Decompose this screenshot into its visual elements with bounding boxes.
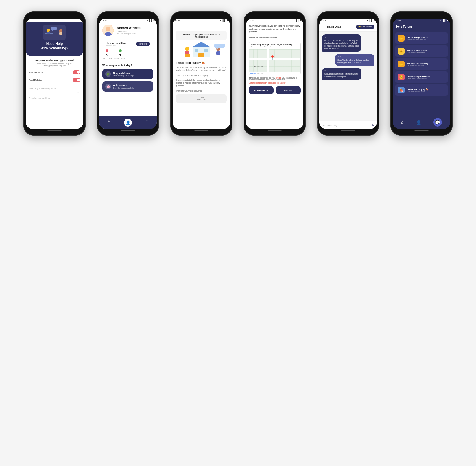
phone1-notch [45, 14, 64, 18]
phone2-user-info: Ahmed Afridee @@afridee Bio: I'm a simpl… [117, 26, 141, 34]
phone1-back-icon[interactable]: ← [29, 25, 32, 29]
phone2-nav-profile-icon[interactable]: 👤 [124, 119, 132, 127]
signal-icon3: ▌▌ [223, 19, 226, 22]
phone2-request-text: Request Assist Let your neighbours help [113, 72, 134, 77]
forum-item2-title: My cat's food is over, ... [407, 49, 442, 52]
forum-item-1[interactable]: 🤲 Let's arrange iftaar for... The orphan… [395, 32, 448, 44]
phone3-status-icons: ▲ ▌▌ ▮ [220, 19, 228, 22]
phone5-home-bar [319, 129, 377, 133]
phone4: 12:30 ▲ ▌▌ ▮ If anyone wants to help, yo… [244, 11, 306, 136]
phone2-request-sub: Let your neighbours help [113, 75, 134, 77]
forum-item4-content: I have the symptoms o... I have all the … [407, 75, 442, 79]
phone2-my-posts-btn[interactable]: My Posts [136, 42, 150, 46]
forum-item5-title: I need food supply 🍖 [407, 88, 442, 91]
phone5-msg1-text: Hi there, I am so sorry to hear about yo… [324, 39, 359, 49]
svg-rect-3 [47, 32, 50, 34]
phone3-location: Uttara ABM City [176, 94, 227, 103]
phone4-notch [265, 14, 285, 18]
phone5: 12:30 ▲ ▌▌ ▮ ← Hasib Ullah ⭐ Say Thanks … [317, 11, 379, 136]
phone5-message-input[interactable]: Send a message... [322, 124, 370, 127]
phone2-nav: ⌂ 👤 ≡ [99, 116, 157, 129]
phone1-toggle-row1: Hide my name [29, 69, 80, 76]
phone5-msg3: 10:24 Sure, take your time and let me kn… [322, 68, 361, 80]
wifi-icon5: ▲ [366, 19, 369, 22]
phone1-toggle2[interactable] [73, 78, 80, 82]
phone3-notice: Maintain proper preventive measureswhile… [176, 31, 227, 40]
phone5-screen: 12:30 ▲ ▌▌ ▮ ← Hasib Ullah ⭐ Say Thanks … [319, 19, 377, 129]
forum-item3-sub: My neighbor's husband ... [407, 65, 442, 66]
forum-item3-content: My neighbor is being ... My neighbor's h… [407, 62, 442, 66]
phone2-nav-menu-icon[interactable]: ≡ [146, 119, 148, 127]
forum-item4-icon: 🤒 [398, 74, 405, 80]
wifi-icon2: ▲ [146, 19, 149, 22]
phone4-status-icons: ▲ ▌▌ ▮ [293, 19, 301, 22]
svg-rect-4 [51, 27, 57, 30]
phone1-home-bar [26, 129, 83, 133]
svg-point-2 [47, 29, 50, 32]
phone2-stats-title: Helping Hand Stats [106, 42, 126, 44]
phone2-nav-home-icon[interactable]: ⌂ [108, 119, 110, 127]
phone3-post-body2: I am badly in need of some food supply. [173, 73, 230, 77]
phone4-map-header: Send help here (23.8828193, 90.4462365) … [249, 42, 300, 49]
contact-now-button[interactable]: Contact Now [249, 86, 274, 94]
forum-item1-arrow-icon: › [444, 37, 445, 40]
phone3-post-body3: If anyone wants to help, you can send me… [173, 78, 230, 88]
forum-item-2[interactable]: 🐱 My cat's food is over, ... Due to this… [395, 45, 448, 57]
forum-item5-arrow-icon: › [444, 89, 445, 92]
forum-item1-content: Let's arrange iftaar for... The orphan k… [407, 36, 442, 40]
call-999-button[interactable]: Call 999 [276, 86, 301, 94]
phone3-time: 12:30 [175, 19, 180, 22]
signal-icon4: ▌▌ [296, 19, 299, 22]
phone6-back-icon[interactable]: → [444, 25, 447, 29]
phone4-map-area[interactable]: 📍 MAINERTEK [249, 49, 300, 72]
phone2-stat2-dot [119, 49, 122, 52]
phone3-back-icon[interactable]: ← [176, 25, 179, 29]
forum-item-3[interactable]: 🤲 My neighbor is being ... My neighbor's… [395, 58, 448, 70]
phone2-home-bar-line [121, 130, 135, 131]
svg-marker-12 [191, 42, 211, 47]
phone5-msg2-text: Sure, Thanks a lost for helping out. I'm… [337, 59, 369, 64]
forum-item-4[interactable]: 🤒 I have the symptoms o... I have all th… [395, 71, 448, 83]
phone1-describe-input[interactable]: Describe your problem... [29, 96, 80, 101]
phone2-help-btn[interactable]: 🌸 Help Others See who needs your help [102, 81, 153, 92]
phone4-tap-text: Get the coordinates by tapping on the Ma… [249, 82, 301, 84]
phone6-nav-bubble[interactable]: 💬 [433, 118, 442, 127]
phone1-header: ← Need HelpWith Something? [26, 22, 83, 56]
signal-icon: ▌▌ [76, 19, 79, 22]
svg-rect-13 [195, 49, 198, 52]
phone5-back-icon[interactable]: ← [322, 25, 326, 29]
phone5-msg3-label: 10:24 [324, 70, 359, 72]
forum-item3-title: My neighbor is being ... [407, 62, 442, 65]
phone3-post-body4: Thanks for your help in advance! [173, 89, 230, 93]
phone4-map-pin[interactable]: 📍 [270, 55, 275, 60]
phone2-username: @@afridee [117, 30, 141, 32]
phone6-header: Help Forum → [393, 22, 450, 31]
phone6-nav-home-icon[interactable]: ⌂ [401, 120, 403, 125]
phone3-illustration [173, 40, 230, 60]
phone4-body: If anyone wants to help, you can send me… [246, 22, 303, 129]
phone5-messages: 10:15 Hi there, I am so sorry to hear ab… [319, 32, 377, 121]
phone5-say-thanks-btn[interactable]: ⭐ Say Thanks [356, 25, 374, 29]
phone6-nav-person-icon[interactable]: 👤 [416, 120, 421, 125]
phone1-toggle1[interactable] [73, 70, 80, 74]
forum-item-5[interactable]: 🍖 I need food supply 🍖 Due to the curren… [395, 84, 448, 96]
phone4-google-logo: Google [250, 73, 256, 74]
phone1-status-bar: 12:30 ▲ ▌▌ ▮ [26, 19, 83, 22]
phone4-map-sub: Requested from this location [251, 46, 298, 48]
forum-item5-content: I need food supply 🍖 Due to the current … [407, 88, 442, 92]
phone4-critical-text: If the request appears to be very critic… [249, 77, 301, 81]
phone4-critical-highlight: critical [276, 77, 281, 79]
phone6-notch [412, 14, 431, 18]
phone5-send-icon[interactable]: ➤ [370, 123, 375, 128]
phone3: 12:30 ▲ ▌▌ ▮ ← Maintain proper preventiv… [170, 11, 232, 136]
phone2-screen: 12:30 ▲ ▌▌ ▮ Ahmed Afridee [99, 19, 157, 129]
svg-rect-20 [216, 51, 220, 55]
svg-point-16 [185, 47, 189, 51]
phone1-need-input[interactable]: What do you need help with? [29, 86, 80, 91]
phone2-help-title: Help Others [113, 84, 134, 87]
forum-item5-sub: Due to the current situati... [407, 91, 442, 92]
phone2-stat2-num: 1 [114, 53, 126, 57]
phone3-status-bar: 12:30 ▲ ▌▌ ▮ [173, 19, 230, 22]
phone1-title: Need HelpWith Something? [41, 42, 69, 51]
phone2-request-btn[interactable]: 🌿 Request Assist Let your neighbours hel… [102, 69, 153, 79]
